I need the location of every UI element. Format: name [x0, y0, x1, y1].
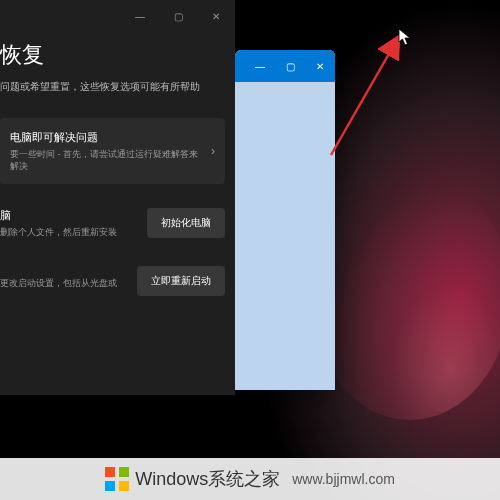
watermark: Windows系统之家 www.bjjmwl.com — [0, 458, 500, 500]
reset-pc-title: 脑 — [0, 208, 139, 223]
watermark-brand: Windows系统之家 — [135, 467, 280, 491]
recovery-content: 恢复 问题或希望重置，这些恢复选项可能有所帮助 电脑即可解决问题 要一些时间 -… — [0, 32, 235, 310]
fix-problems-title: 电脑即可解决问题 — [10, 130, 203, 145]
minimize-button[interactable]: — — [245, 50, 275, 82]
settings-recovery-window: — ▢ ✕ 恢复 问题或希望重置，这些恢复选项可能有所帮助 电脑即可解决问题 要… — [0, 0, 235, 395]
secondary-window-titlebar[interactable]: — ▢ ✕ — [235, 50, 335, 82]
advanced-startup-row: 更改启动设置，包括从光盘或 立即重新启动 — [0, 252, 235, 310]
secondary-window[interactable]: — ▢ ✕ — [235, 50, 335, 390]
close-button[interactable]: ✕ — [305, 50, 335, 82]
reset-pc-text: 脑 删除个人文件，然后重新安装 — [0, 208, 147, 238]
restart-now-button[interactable]: 立即重新启动 — [137, 266, 225, 296]
maximize-button[interactable]: ▢ — [159, 0, 197, 32]
watermark-url: www.bjjmwl.com — [292, 471, 395, 487]
close-button[interactable]: ✕ — [197, 0, 235, 32]
reset-pc-button[interactable]: 初始化电脑 — [147, 208, 225, 238]
reset-pc-desc: 删除个人文件，然后重新安装 — [0, 226, 139, 238]
page-subtitle: 问题或希望重置，这些恢复选项可能有所帮助 — [0, 80, 219, 94]
settings-titlebar[interactable]: — ▢ ✕ — [0, 0, 235, 32]
page-title: 恢复 — [0, 40, 219, 70]
cursor-icon — [398, 28, 412, 46]
reset-pc-row: 脑 删除个人文件，然后重新安装 初始化电脑 — [0, 194, 235, 252]
minimize-button[interactable]: — — [121, 0, 159, 32]
fix-problems-text: 电脑即可解决问题 要一些时间 - 首先，请尝试通过运行疑难解答来解决 — [10, 130, 211, 172]
windows-logo-icon — [105, 467, 129, 491]
desktop-glow — [310, 170, 500, 420]
advanced-startup-text: 更改启动设置，包括从光盘或 — [0, 274, 137, 289]
advanced-startup-desc: 更改启动设置，包括从光盘或 — [0, 277, 129, 289]
maximize-button[interactable]: ▢ — [275, 50, 305, 82]
fix-problems-desc: 要一些时间 - 首先，请尝试通过运行疑难解答来解决 — [10, 148, 203, 172]
fix-problems-card[interactable]: 电脑即可解决问题 要一些时间 - 首先，请尝试通过运行疑难解答来解决 › — [0, 118, 225, 184]
chevron-right-icon: › — [211, 144, 215, 158]
